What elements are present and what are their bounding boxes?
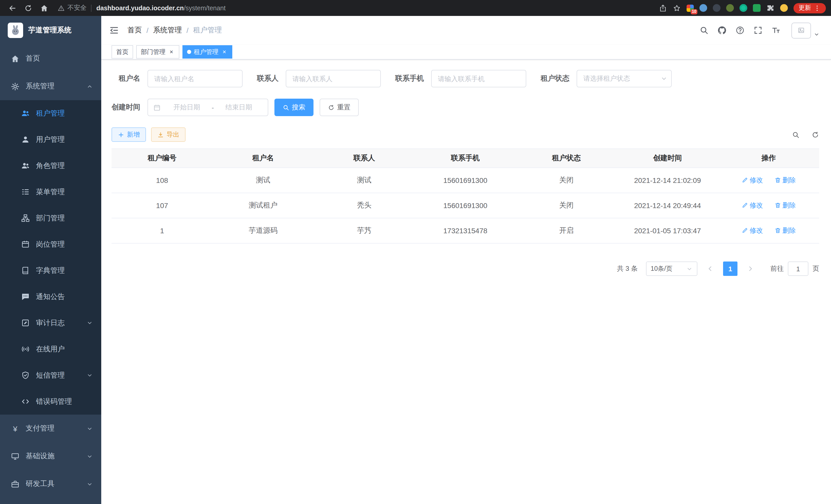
close-icon[interactable]: ×	[168, 48, 175, 56]
page-size-select[interactable]: 10条/页	[646, 262, 697, 276]
sidebar-item-error-code[interactable]: 错误码管理	[0, 388, 101, 415]
cell-created: 2021-12-14 20:49:44	[617, 193, 718, 218]
extension-icon[interactable]	[699, 4, 707, 12]
delete-button[interactable]: 删除	[774, 176, 796, 185]
browser-menu-icon[interactable]	[813, 4, 821, 11]
extension-icon[interactable]	[740, 4, 747, 12]
chevron-down-icon	[86, 481, 93, 487]
sidebar-item-notice[interactable]: 通知公告	[0, 284, 101, 310]
yen-icon: ¥	[11, 424, 20, 433]
users-icon	[21, 161, 30, 170]
reload-icon[interactable]	[24, 4, 32, 12]
contact-input[interactable]	[286, 70, 381, 87]
status-select[interactable]: 请选择租户状态	[577, 70, 672, 87]
sidebar-item-sms[interactable]: 短信管理	[0, 362, 101, 388]
fullscreen-icon[interactable]	[753, 26, 763, 35]
cell-contact: 芋艿	[314, 218, 415, 243]
security-indicator[interactable]: 不安全	[58, 4, 87, 12]
sidebar-item-dev-tools[interactable]: 研发工具	[0, 470, 101, 498]
sidebar-item-infra[interactable]: 基础设施	[0, 442, 101, 470]
tab-dept[interactable]: 部门管理 ×	[136, 45, 179, 59]
main-area: 首页 / 系统管理 / 租户管理	[101, 16, 831, 504]
extensions-puzzle-icon[interactable]	[766, 4, 774, 12]
column-header: 创建时间	[617, 149, 718, 168]
next-page-button[interactable]	[744, 262, 757, 276]
tab-home[interactable]: 首页	[112, 45, 133, 59]
filter-row-1: 租户名 联系人 联系手机 租户状态 请选择租户状态	[112, 70, 819, 87]
code-icon	[21, 397, 30, 406]
prev-page-button[interactable]	[704, 262, 717, 276]
edit-button[interactable]: 修改	[741, 226, 763, 235]
delete-button[interactable]: 删除	[774, 226, 796, 235]
extension-icon[interactable]	[713, 4, 720, 12]
edit-button[interactable]: 修改	[741, 201, 763, 210]
table-row: 107 测试租户 秃头 15601691300 关闭 2021-12-14 20…	[112, 193, 819, 218]
delete-button[interactable]: 删除	[774, 201, 796, 210]
refresh-icon[interactable]	[811, 131, 819, 139]
log-icon	[21, 319, 30, 327]
sidebar-item-home[interactable]: 首页	[0, 45, 101, 72]
phone-input[interactable]	[431, 70, 526, 87]
top-navbar: 首页 / 系统管理 / 租户管理	[101, 16, 831, 45]
chrome-update-button[interactable]: 更新	[794, 3, 826, 13]
sidebar-fold-icon[interactable]	[109, 25, 119, 35]
column-header: 租户编号	[112, 149, 212, 168]
sidebar-item-payment[interactable]: ¥ 支付管理	[0, 415, 101, 442]
font-size-icon[interactable]	[771, 26, 781, 35]
tags-view-bar: 首页 部门管理 × 租户管理 ×	[101, 45, 831, 60]
edit-button[interactable]: 修改	[741, 176, 763, 185]
sidebar-item-online-user[interactable]: 在线用户	[0, 336, 101, 362]
tab-tenant[interactable]: 租户管理 ×	[182, 45, 232, 59]
sidebar-item-dict[interactable]: 字典管理	[0, 258, 101, 284]
filter-status: 租户状态 请选择租户状态	[541, 70, 672, 87]
jump-page-input[interactable]	[788, 262, 808, 276]
help-icon[interactable]	[736, 26, 745, 35]
search-icon[interactable]	[699, 26, 709, 35]
date-start-placeholder: 开始日期	[163, 103, 211, 112]
sidebar-item-tenant[interactable]: 租户管理	[0, 100, 101, 126]
extension-icon[interactable]: 10	[687, 4, 694, 11]
plus-icon	[118, 131, 124, 138]
sidebar-item-user[interactable]: 用户管理	[0, 126, 101, 153]
avatar[interactable]	[792, 22, 811, 38]
chevron-down-icon	[86, 320, 93, 326]
cell-status: 关闭	[516, 168, 617, 193]
profile-avatar-icon[interactable]	[780, 4, 788, 12]
calendar-icon	[153, 103, 161, 111]
extension-icon[interactable]	[753, 4, 761, 12]
close-icon[interactable]: ×	[221, 48, 228, 56]
sidebar-item-dept[interactable]: 部门管理	[0, 205, 101, 231]
tenant-name-input[interactable]	[147, 70, 242, 87]
sidebar-item-menu[interactable]: 菜单管理	[0, 179, 101, 205]
search-button[interactable]: 搜索	[275, 99, 314, 116]
column-header: 操作	[718, 149, 819, 168]
tab-label: 租户管理	[194, 48, 219, 56]
update-label: 更新	[799, 4, 811, 12]
logo: 芋道管理系统	[0, 16, 101, 45]
address-bar[interactable]: dashboard.yudao.iocoder.cn/system/tenant	[96, 4, 226, 11]
sidebar-item-post[interactable]: 岗位管理	[0, 231, 101, 258]
breadcrumb-item[interactable]: 首页	[127, 26, 142, 35]
page-number-button[interactable]: 1	[723, 262, 738, 276]
browser-home-icon[interactable]	[40, 4, 48, 12]
toggle-search-icon[interactable]	[792, 131, 800, 139]
sidebar-item-audit-log[interactable]: 审计日志	[0, 310, 101, 336]
book-icon	[21, 266, 30, 275]
bookmark-star-icon[interactable]	[673, 4, 681, 12]
back-icon[interactable]	[8, 4, 17, 12]
sidebar-item-role[interactable]: 角色管理	[0, 153, 101, 179]
date-range-picker[interactable]: 开始日期 - 结束日期	[147, 99, 268, 116]
add-button[interactable]: 新增	[112, 127, 146, 142]
extension-icon[interactable]	[726, 4, 734, 12]
sidebar-item-system[interactable]: 系统管理	[0, 72, 101, 100]
breadcrumb-current: 租户管理	[193, 26, 222, 35]
github-icon[interactable]	[717, 26, 727, 35]
user-menu[interactable]	[792, 22, 820, 38]
export-button[interactable]: 导出	[151, 127, 185, 142]
create-time-label: 创建时间	[112, 103, 140, 112]
breadcrumb-item[interactable]: 系统管理	[153, 26, 182, 35]
share-icon[interactable]	[659, 4, 667, 12]
reset-button[interactable]: 重置	[320, 99, 359, 116]
jump-suffix-label: 页	[812, 264, 819, 273]
cell-name: 芋道源码	[212, 218, 314, 243]
